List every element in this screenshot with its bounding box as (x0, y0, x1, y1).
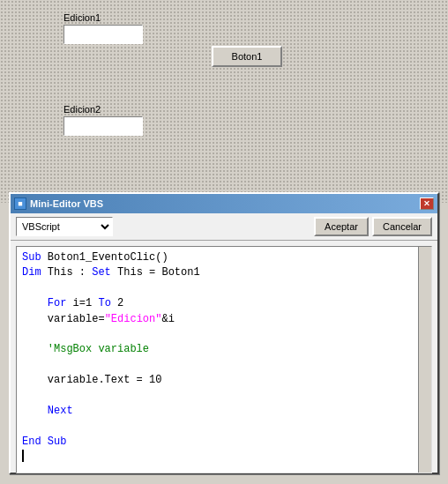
code-line-4: For i=1 To 2 (22, 296, 426, 311)
dialog-title: Mini-Editor VBS (30, 198, 420, 209)
edicion1-label: Edicion1 (63, 12, 143, 23)
language-select[interactable]: VBScript (16, 217, 113, 236)
form-area: Edicion1 Boton1 Edicion2 (0, 0, 448, 203)
code-line-12 (22, 419, 426, 434)
code-line-10 (22, 389, 426, 404)
code-line-5: variable="Edicion"&i (22, 312, 426, 327)
edicion2-input[interactable] (63, 116, 143, 136)
code-line-9: variable.Text = 10 (22, 373, 426, 388)
edicion2-label: Edicion2 (63, 104, 143, 115)
code-line-11: Next (22, 404, 426, 419)
code-line-1: Sub Boton1_EventoClic() (22, 250, 426, 265)
code-line-7: 'MsgBox variable (22, 342, 426, 357)
code-line-3 (22, 281, 426, 296)
dialog-close-button[interactable]: ✕ (420, 197, 434, 210)
dialog-icon: ■ (14, 197, 26, 210)
edicion1-group: Edicion1 (63, 12, 143, 44)
dialog-toolbar: VBScript Aceptar Cancelar (11, 213, 437, 241)
code-line-13: End Sub (22, 435, 426, 450)
text-cursor (22, 450, 24, 462)
edicion2-group: Edicion2 (63, 104, 143, 136)
code-line-2: Dim This : Set This = Boton1 (22, 265, 426, 280)
cancelar-button[interactable]: Cancelar (372, 217, 432, 236)
code-editor[interactable]: Sub Boton1_EventoClic() Dim This : Set T… (16, 246, 432, 473)
edicion1-input[interactable] (63, 25, 143, 44)
boton1-button[interactable]: Boton1 (212, 46, 282, 67)
aceptar-button[interactable]: Aceptar (314, 217, 369, 236)
dialog-titlebar[interactable]: ■ Mini-Editor VBS ✕ (11, 194, 437, 213)
code-line-cursor (22, 450, 426, 462)
mini-editor-dialog: ■ Mini-Editor VBS ✕ VBScript Aceptar Can… (9, 192, 439, 474)
code-line-6 (22, 327, 426, 342)
code-line-8 (22, 358, 426, 373)
